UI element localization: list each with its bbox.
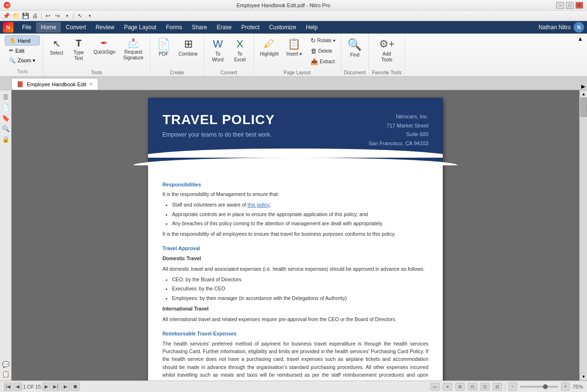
- right-scrollbar[interactable]: ▲ ▼: [579, 90, 587, 380]
- cursor-icon[interactable]: ↖: [76, 12, 84, 20]
- menu-review[interactable]: Review: [91, 22, 119, 33]
- undo-dropdown-icon[interactable]: ▾: [63, 12, 71, 20]
- zoom-icon: 🔍: [9, 58, 16, 64]
- scroll-area[interactable]: TRAVEL POLICY Empower your teams to do t…: [12, 90, 579, 380]
- nitro-logo: N: [3, 22, 13, 33]
- responsibilities-list: Staff and volunteers are aware of this p…: [172, 201, 428, 227]
- add-tools-button[interactable]: ⚙+ AddTools: [376, 35, 398, 65]
- maximize-button[interactable]: □: [566, 2, 574, 9]
- combine-icon: ⊞: [184, 38, 193, 50]
- tab-right-arrow[interactable]: ▶: [579, 83, 587, 90]
- menu-share[interactable]: Share: [187, 22, 212, 33]
- type-icon: T: [76, 38, 81, 49]
- domestic-travel-body: All domestic travel and associated expen…: [162, 265, 428, 273]
- sidebar-pages-icon[interactable]: 📄: [1, 103, 11, 112]
- request-signature-button[interactable]: 📩 RequestSignature: [120, 35, 147, 63]
- responsibilities-intro: It is the responsibility of Management t…: [162, 190, 428, 198]
- sidebar-security-icon[interactable]: 🔒: [1, 134, 11, 144]
- separator: [505, 383, 506, 390]
- ribbon-tools-section: ↖ Select T TypeText ✒ QuickSign 📩 Reques…: [43, 34, 150, 76]
- document-tab[interactable]: 📕 Employee Handbook Edit ✕: [12, 78, 98, 90]
- zoom-slider[interactable]: [520, 386, 558, 388]
- menu-convert[interactable]: Convert: [61, 22, 91, 33]
- menu-file[interactable]: File: [17, 22, 36, 33]
- save-icon[interactable]: 💾: [21, 12, 30, 20]
- international-travel-heading: International Travel: [162, 305, 428, 312]
- combine-button[interactable]: ⊞ Combine: [175, 35, 201, 59]
- prev-page-button[interactable]: ◀: [13, 382, 22, 391]
- menu-protect[interactable]: Protect: [237, 22, 265, 33]
- menu-help[interactable]: Help: [301, 22, 322, 33]
- stop-button[interactable]: ⏹: [71, 382, 80, 391]
- international-travel-body: All international travel and related exp…: [162, 315, 428, 323]
- scroll-track: [580, 98, 587, 373]
- next-page-button[interactable]: ▶: [42, 382, 51, 391]
- print-icon[interactable]: 🖨: [31, 12, 39, 20]
- zoom-in-button[interactable]: +: [561, 382, 570, 391]
- sidebar-search-icon[interactable]: 🔍: [1, 124, 11, 133]
- app-logo: N: [4, 2, 11, 9]
- open-icon[interactable]: 📁: [12, 12, 20, 20]
- insert-button[interactable]: 📋 Insert ▾: [283, 35, 306, 59]
- single-page-view[interactable]: ▭: [430, 383, 440, 391]
- grid-view[interactable]: ⊡: [468, 383, 477, 391]
- zoom-out-button[interactable]: −: [508, 382, 517, 391]
- scroll-down-arrow[interactable]: ▼: [580, 373, 587, 380]
- sidebar-comments-icon[interactable]: 💬: [1, 359, 11, 369]
- minimize-button[interactable]: −: [556, 2, 564, 9]
- continuous-view[interactable]: ≡: [443, 383, 452, 391]
- request-sig-icon: 📩: [128, 38, 138, 48]
- highlight-button[interactable]: 🖊 Highlight: [257, 35, 282, 59]
- ribbon-collapse[interactable]: ▲: [575, 34, 585, 76]
- user-avatar[interactable]: N: [574, 22, 584, 33]
- sidebar-bookmarks-icon[interactable]: 🔖: [1, 113, 11, 123]
- type-text-button[interactable]: T TypeText: [68, 35, 89, 64]
- zoom-thumb[interactable]: [543, 384, 548, 389]
- delete-icon: 🗑: [311, 47, 317, 55]
- doc-tab-close[interactable]: ✕: [89, 81, 93, 87]
- delete-button[interactable]: 🗑 Delete: [308, 46, 337, 56]
- menu-customize[interactable]: Customize: [265, 22, 301, 33]
- quick-access-toolbar: 📌 📁 💾 🖨 ↩ ↪ ▾ ↖ ▾: [0, 11, 587, 21]
- list-item: Employees: by their manager (in accordan…: [172, 294, 428, 302]
- to-word-button[interactable]: W ToWord: [207, 35, 229, 65]
- menu-home[interactable]: Home: [36, 22, 61, 33]
- find-button[interactable]: 🔍 Find: [344, 35, 365, 60]
- menu-page-layout[interactable]: Page Layout: [119, 22, 161, 33]
- select-button[interactable]: ↖ Select: [46, 35, 67, 58]
- pdf-address: Nitrocars, Inc. 717 Market Street Suite …: [368, 112, 428, 148]
- menu-erase[interactable]: Erase: [212, 22, 236, 33]
- extract-button[interactable]: 📤 Extract: [308, 57, 337, 67]
- rotate-icon: ↻: [311, 37, 316, 44]
- scroll-up-arrow[interactable]: ▲: [580, 90, 587, 98]
- to-excel-button[interactable]: X ToExcel: [230, 35, 251, 65]
- reimbursable-heading: Reimbursable Travel Expenses: [162, 330, 428, 337]
- quicksign-button[interactable]: ✒ QuickSign: [90, 35, 119, 58]
- quicksign-icon: ✒: [101, 38, 108, 48]
- convert-section-label: Convert: [220, 69, 237, 75]
- zoom-button[interactable]: 🔍 Zoom ▾: [5, 56, 40, 66]
- edit-button[interactable]: ✏ Edit: [5, 46, 40, 56]
- close-button[interactable]: ✕: [575, 2, 583, 9]
- domestic-travel-heading: Domestic Travel: [162, 254, 428, 262]
- pin-icon[interactable]: 📌: [2, 12, 11, 20]
- first-page-button[interactable]: |◀: [4, 382, 12, 391]
- cursor-dropdown-icon[interactable]: ▾: [85, 12, 94, 20]
- scroll-thumb[interactable]: [580, 98, 587, 117]
- hand-button[interactable]: ✋ Hand: [5, 35, 40, 46]
- menu-forms[interactable]: Forms: [161, 22, 187, 33]
- sidebar-panel-icon[interactable]: ☰: [1, 92, 11, 102]
- undo-icon[interactable]: ↩: [44, 12, 52, 20]
- double-page-view[interactable]: ⊞: [455, 383, 465, 391]
- last-page-button[interactable]: ▶|: [52, 382, 60, 391]
- full-screen-view[interactable]: ⊡: [480, 383, 490, 391]
- compare-view[interactable]: ⊟: [493, 383, 502, 391]
- play-button[interactable]: ▶: [61, 382, 70, 391]
- pdf-subtitle: Empower your teams to do their best work…: [162, 131, 275, 138]
- menu-bar: N File Home Convert Review Page Layout F…: [0, 21, 587, 34]
- sidebar-attachments-icon[interactable]: 📋: [1, 369, 11, 379]
- list-item: Staff and volunteers are aware of this p…: [172, 201, 428, 208]
- redo-icon[interactable]: ↪: [53, 12, 62, 20]
- rotate-button[interactable]: ↻ Rotate ▾: [308, 35, 337, 46]
- pdf-button[interactable]: 📄 PDF: [153, 35, 174, 59]
